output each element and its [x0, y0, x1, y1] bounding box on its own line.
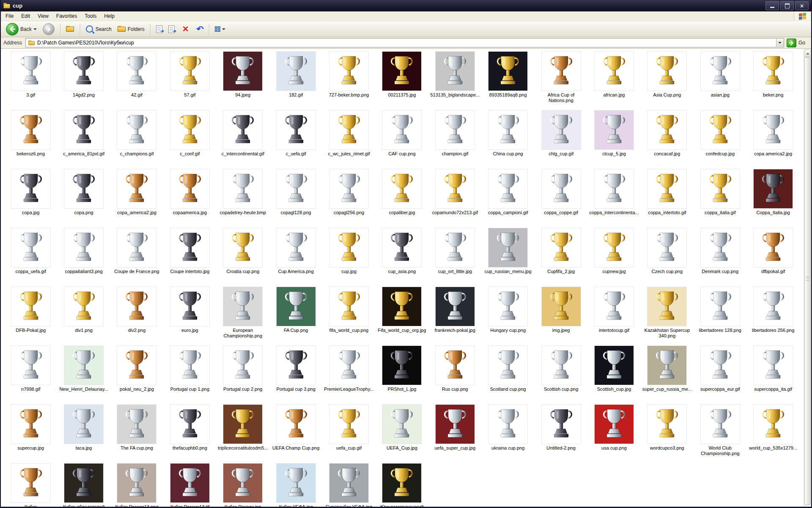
file-item[interactable]: Scottish cup.png — [535, 345, 587, 404]
file-item[interactable]: PRShot_L.jpg — [376, 345, 428, 404]
file-item[interactable]: uefa_cup.gif — [322, 404, 375, 463]
file-item[interactable]: supercoppa_ita.gif — [746, 345, 799, 404]
file-item[interactable]: copa_america2.jpg — [110, 169, 163, 228]
file-thumbnail[interactable] — [488, 404, 528, 444]
file-item[interactable]: frankreich-pokal.jpg — [428, 287, 481, 345]
file-thumbnail[interactable] — [382, 404, 422, 444]
file-thumbnail[interactable] — [11, 287, 51, 326]
file-item[interactable]: Кубок России13.tif — [163, 463, 216, 507]
file-item[interactable]: cup_russian_menu.jpg — [482, 228, 535, 287]
file-thumbnail[interactable] — [541, 404, 581, 444]
scroll-up-button[interactable] — [804, 50, 811, 57]
file-item[interactable]: coppa_intertoto.gif — [641, 169, 694, 228]
file-thumbnail[interactable] — [382, 228, 422, 268]
file-item[interactable]: CAF cup.png — [376, 110, 428, 169]
file-thumbnail[interactable] — [541, 345, 581, 385]
file-item[interactable]: uefa_super_cup.jpg — [428, 404, 481, 463]
file-thumbnail[interactable] — [594, 404, 634, 444]
file-item[interactable]: cup_asia.png — [376, 228, 428, 287]
file-thumbnail[interactable] — [753, 228, 793, 268]
file-thumbnail[interactable] — [329, 169, 369, 209]
file-thumbnail[interactable] — [64, 110, 104, 150]
file-item[interactable]: c_uefa.gif — [269, 110, 322, 169]
file-item[interactable]: Кубок России.jpg — [217, 463, 269, 507]
file-thumbnail[interactable] — [541, 169, 581, 209]
file-thumbnail[interactable] — [594, 287, 634, 326]
file-thumbnail[interactable] — [117, 404, 156, 444]
file-thumbnail[interactable] — [11, 228, 51, 268]
file-item[interactable]: african.jpg — [587, 51, 640, 110]
menu-help[interactable]: Help — [100, 12, 118, 20]
file-item[interactable]: clcup_5.jpg — [587, 110, 640, 169]
file-item[interactable]: Portugal cup 1.png — [163, 345, 216, 404]
file-thumbnail[interactable] — [488, 287, 528, 326]
file-item[interactable]: 89335189aq8.png — [482, 51, 535, 110]
file-thumbnail[interactable] — [647, 169, 687, 209]
file-thumbnail[interactable] — [117, 110, 156, 150]
file-item[interactable]: coppa_coppe.gif — [535, 169, 587, 228]
file-item[interactable]: Coupe intertoto.jpg — [163, 228, 216, 287]
file-item[interactable]: copa america2.jpg — [746, 110, 799, 169]
file-thumbnail[interactable] — [594, 345, 634, 385]
file-item[interactable]: copagl128.png — [269, 169, 322, 228]
file-item[interactable]: 57.gif — [163, 51, 216, 110]
file-thumbnail[interactable] — [223, 110, 263, 150]
file-item[interactable]: taca.jpg — [57, 404, 110, 463]
file-item[interactable]: Кубок УЕФА.jpg — [269, 463, 322, 507]
menu-view[interactable]: View — [34, 12, 52, 20]
file-item[interactable]: triplicecoroatitulosdm5... — [217, 404, 269, 463]
file-item[interactable]: PremierLeagueTrophy... — [322, 345, 375, 404]
file-thumbnail[interactable] — [700, 228, 740, 268]
file-thumbnail[interactable] — [276, 169, 316, 209]
file-thumbnail[interactable] — [329, 404, 369, 444]
file-thumbnail[interactable] — [276, 404, 316, 444]
file-item[interactable]: c_champions.gif — [110, 110, 163, 169]
file-thumbnail[interactable] — [488, 228, 528, 268]
file-item[interactable]: Fifa_world_cup_org.jpg — [376, 287, 428, 345]
file-thumbnail[interactable] — [170, 345, 210, 385]
file-item[interactable]: copaamerica.jpg — [163, 169, 216, 228]
menu-tools[interactable]: Tools — [81, 12, 100, 20]
file-item[interactable]: euro.jpg — [163, 287, 216, 345]
file-thumbnail[interactable] — [647, 228, 687, 268]
file-thumbnail[interactable] — [170, 110, 210, 150]
file-item[interactable]: copa.jpg — [4, 169, 57, 228]
back-button[interactable]: Back — [3, 22, 39, 36]
file-thumbnail[interactable] — [435, 51, 475, 91]
file-thumbnail[interactable] — [594, 169, 634, 209]
file-thumbnail[interactable] — [488, 110, 528, 150]
file-thumbnail[interactable] — [700, 169, 740, 209]
file-thumbnail[interactable] — [223, 228, 263, 268]
file-item[interactable]: coppa_italia.gif — [694, 169, 746, 228]
file-thumbnail[interactable] — [170, 287, 210, 326]
file-item[interactable]: 513135_biglandscape... — [428, 51, 481, 110]
file-thumbnail[interactable] — [382, 51, 422, 91]
file-item[interactable]: ukraina cup.png — [482, 404, 535, 463]
file-item[interactable]: Coppa_Italia.jpg — [746, 169, 799, 228]
file-thumbnail[interactable] — [170, 404, 210, 444]
file-item[interactable]: champion.gif — [428, 110, 481, 169]
back-dropdown-icon[interactable] — [33, 28, 37, 30]
file-item[interactable]: thefacuphb0.png — [163, 404, 216, 463]
file-thumbnail[interactable] — [276, 110, 316, 150]
file-thumbnail[interactable] — [11, 463, 51, 503]
address-path[interactable]: D:\Patch Games\PES2010\Лого\Кубки\cup — [37, 40, 776, 46]
file-item[interactable]: New_Henri_Delaunay... — [57, 345, 110, 404]
file-thumbnail[interactable] — [223, 51, 263, 91]
file-thumbnail[interactable] — [329, 345, 369, 385]
file-thumbnail[interactable] — [753, 51, 793, 91]
file-thumbnail[interactable] — [753, 404, 793, 444]
vertical-scrollbar[interactable] — [804, 49, 811, 507]
file-item[interactable]: 3.gif — [4, 51, 57, 110]
go-button[interactable]: Go — [787, 39, 809, 47]
file-thumbnail[interactable] — [64, 228, 104, 268]
file-thumbnail[interactable] — [647, 404, 687, 444]
file-item[interactable]: supercoppa_eur.gif — [694, 345, 746, 404]
file-thumbnail[interactable] — [647, 51, 687, 91]
copy-to-button[interactable]: ➔ — [166, 25, 177, 34]
file-thumbnail[interactable] — [223, 463, 263, 503]
file-item[interactable]: Czech cup.png — [641, 228, 694, 287]
undo-button[interactable]: ↶ — [194, 24, 206, 34]
file-item[interactable]: Asia Cup.png — [641, 51, 694, 110]
file-thumbnail[interactable] — [488, 345, 528, 385]
